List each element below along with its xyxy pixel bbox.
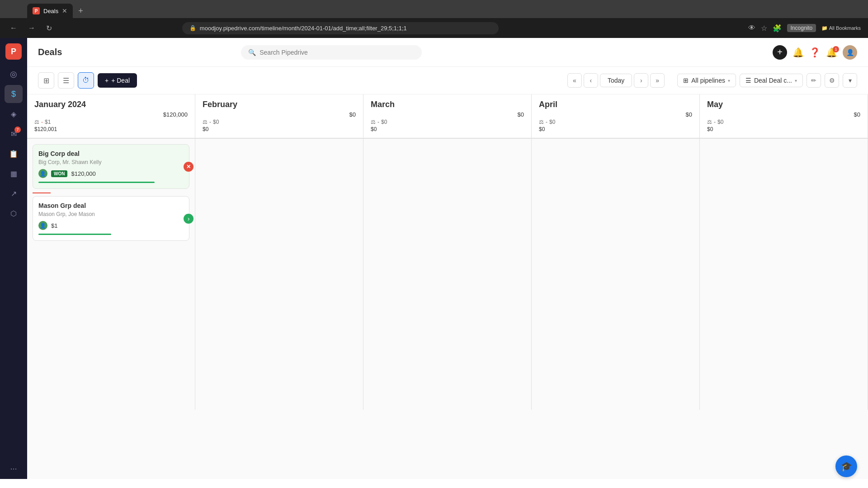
extensions-icon[interactable]: 🧩 (773, 24, 782, 33)
timeline-view-button[interactable]: ⏱ (78, 72, 94, 89)
refresh-button[interactable]: ↻ (43, 23, 55, 33)
url-bar[interactable]: 🔒 moodjoy.pipedrive.com/timeline/month/2… (182, 22, 499, 34)
app-header: Deals 🔍 + 🔔 ❓ 🔔 1 👤 (27, 38, 868, 67)
new-tab-button[interactable]: + (75, 6, 87, 16)
pipeline-icon: ⊞ (683, 77, 689, 84)
deal-footer-mason: 👤 $1 (38, 221, 184, 230)
deal-footer-bigcorp: 👤 WON $120,000 (38, 169, 184, 178)
deal-filter-dropdown[interactable]: ☰ Deal Deal c... ▾ (740, 74, 803, 87)
list-view-button[interactable]: ☰ (58, 72, 74, 89)
browser-chrome: P Deals ✕ + ← → ↻ 🔒 moodjoy.pipedrive.co… (0, 0, 868, 38)
home-icon: ◎ (10, 69, 17, 79)
deal-action-red[interactable]: ✕ (184, 162, 193, 172)
bookmark-icon[interactable]: ☆ (761, 24, 767, 33)
kanban-view-button[interactable]: ⊞ (38, 72, 54, 89)
pipelines-label: All pipelines (691, 77, 725, 84)
month-name-march: March (371, 100, 524, 109)
deal-amount-bigcorp: $120,000 (71, 170, 95, 177)
balance-sign-apr: - (546, 119, 547, 125)
nav-fast-back-button[interactable]: « (567, 73, 582, 88)
balance-value-april: $0 (549, 119, 555, 125)
month-total-april: $0 (539, 111, 692, 118)
person-icon-mason: 👤 (38, 221, 47, 230)
add-button[interactable]: + (773, 45, 787, 60)
collapse-button[interactable]: ▾ (843, 73, 857, 88)
deal-subtitle-mason: Mason Grp, Joe Mason (38, 211, 184, 217)
reports-icon: ▦ (10, 169, 17, 178)
person-icon-bigcorp: 👤 (38, 169, 47, 178)
month-name-may: May (707, 100, 860, 109)
url-text: moodjoy.pipedrive.com/timeline/month/202… (200, 25, 407, 32)
deal-amount-mason: $1 (51, 222, 57, 229)
pipelines-chevron-icon: ▾ (728, 78, 730, 83)
notifications-button[interactable]: 🔔 (793, 47, 804, 58)
sidebar-item-marketplace[interactable]: ⬡ (5, 204, 23, 222)
close-tab-button[interactable]: ✕ (62, 7, 67, 14)
search-bar[interactable]: 🔍 (241, 45, 422, 60)
month-stats-february: $0 ⚖ - $0 $0 (203, 111, 356, 132)
avatar[interactable]: 👤 (843, 45, 857, 60)
sidebar-item-mail[interactable]: ✉ 7 (5, 125, 23, 143)
active-tab[interactable]: P Deals ✕ (27, 4, 73, 18)
balance-sign-mar: - (377, 119, 379, 125)
balance-value-may: $0 (717, 119, 723, 125)
deal-card-mason[interactable]: Mason Grp deal Mason Grp, Joe Mason 👤 $1… (33, 196, 189, 241)
timeline-column-may (700, 139, 868, 410)
month-header-march: March $0 ⚖ - $0 $0 (363, 94, 532, 138)
pipelines-dropdown[interactable]: ⊞ All pipelines ▾ (677, 74, 736, 87)
timeline-columns: Big Corp deal Big Corp, Mr. Shawn Kelly … (27, 139, 868, 410)
month-total-february: $0 (203, 111, 356, 118)
app-logo[interactable]: P (5, 43, 22, 60)
sidebar-item-home[interactable]: ◎ (5, 65, 23, 83)
toolbar: ⊞ ☰ ⏱ + + Deal « ‹ Today › » ⊞ All pipel… (27, 67, 868, 94)
balance-sign-may: - (714, 119, 716, 125)
month-header-february: February $0 ⚖ - $0 $0 (195, 94, 363, 138)
month-name-february: February (203, 100, 356, 109)
sidebar-item-calendar[interactable]: 📋 (5, 145, 23, 163)
timeline-area: January 2024 $120,000 ⚖ - $1 $120,001 Fe… (27, 94, 868, 479)
deal-progress-bigcorp (38, 182, 155, 183)
filter-icon: ☰ (745, 77, 751, 84)
month-balance-march: ⚖ - $0 (371, 119, 524, 125)
marketplace-icon: ⬡ (10, 209, 17, 218)
month-sub-march: $0 (371, 126, 524, 132)
add-deal-button[interactable]: + + Deal (98, 73, 137, 88)
help-header-button[interactable]: ❓ (809, 47, 821, 58)
nav-fast-forward-button[interactable]: » (650, 73, 665, 88)
forward-button[interactable]: → (25, 23, 38, 33)
help-button[interactable]: 🎓 (835, 455, 857, 477)
edit-button[interactable]: ✏ (807, 73, 821, 88)
timeline-column-january: Big Corp deal Big Corp, Mr. Shawn Kelly … (27, 139, 195, 410)
sidebar-item-deals[interactable]: $ (5, 85, 23, 103)
sidebar: P ◎ $ ◈ ✉ 7 📋 ▦ ↗ ⬡ ··· (0, 38, 27, 479)
deal-subtitle-bigcorp: Big Corp, Mr. Shawn Kelly (38, 159, 184, 165)
month-sub-february: $0 (203, 126, 356, 132)
today-button[interactable]: Today (600, 74, 632, 87)
month-stats-april: $0 ⚖ - $0 $0 (539, 111, 692, 132)
nav-back-button[interactable]: ‹ (584, 73, 598, 88)
balance-value-january: $1 (45, 119, 51, 125)
graduation-icon: 🎓 (841, 461, 852, 472)
balance-sign-feb: - (209, 119, 211, 125)
search-input[interactable] (259, 49, 415, 56)
sidebar-item-reports[interactable]: ▦ (5, 164, 23, 183)
month-stats-may: $0 ⚖ - $0 $0 (707, 111, 860, 132)
sidebar-more-button[interactable]: ··· (10, 464, 17, 474)
settings-button[interactable]: ⚙ (825, 73, 839, 88)
sidebar-item-insights[interactable]: ↗ (5, 184, 23, 202)
sidebar-item-activities[interactable]: ◈ (5, 105, 23, 123)
bookmarks-menu[interactable]: 📁 All Bookmarks (821, 25, 861, 31)
tab-favicon: P (33, 7, 40, 14)
deal-action-green[interactable]: › (184, 214, 193, 224)
filter-chevron-icon: ▾ (795, 78, 797, 83)
deal-card-bigcorp[interactable]: Big Corp deal Big Corp, Mr. Shawn Kelly … (33, 144, 189, 189)
extension-icon[interactable]: 👁 (748, 24, 755, 32)
nav-forward-button[interactable]: › (634, 73, 648, 88)
insights-icon: ↗ (11, 189, 17, 198)
activity-notification[interactable]: 🔔 1 (826, 47, 837, 58)
month-total-march: $0 (371, 111, 524, 118)
deal-progress-mason (38, 234, 111, 235)
month-stats-march: $0 ⚖ - $0 $0 (371, 111, 524, 132)
back-button[interactable]: ← (7, 23, 20, 33)
timeline-column-april (532, 139, 700, 410)
